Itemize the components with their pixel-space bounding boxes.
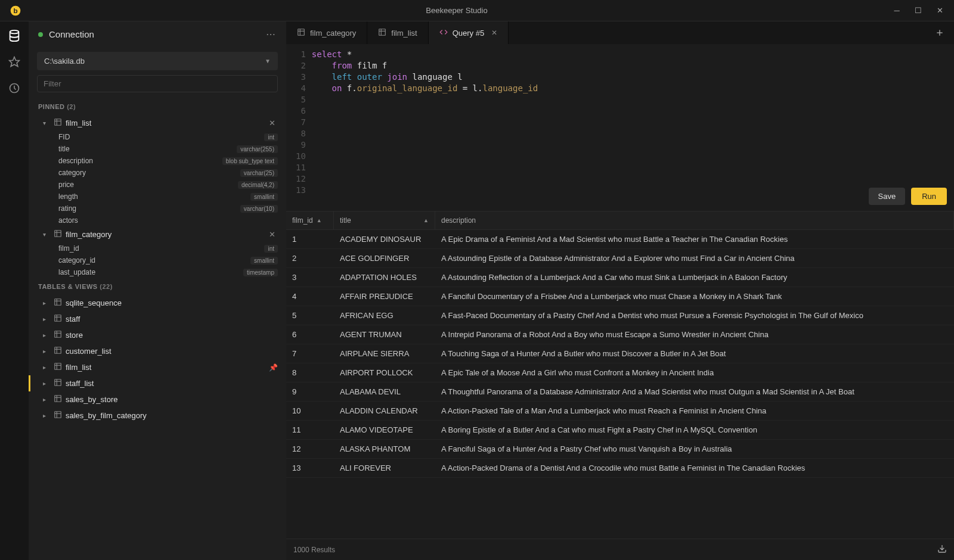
column-header-description[interactable]: description <box>435 211 954 229</box>
column-name: title <box>58 145 237 153</box>
editor-actions: Save Run <box>869 188 947 205</box>
cell-title: AFFAIR PREJUDICE <box>334 287 435 306</box>
column-label: title <box>340 216 351 225</box>
editor-gutter: 12345678910111213 <box>286 49 312 206</box>
table-item[interactable]: ▸ sales_by_film_category <box>29 407 286 424</box>
connection-more-button[interactable]: ⋯ <box>266 29 277 40</box>
pinned-table-item[interactable]: ▾ film_category ✕ <box>29 226 286 242</box>
table-item[interactable]: ▸ staff <box>29 311 286 327</box>
table-row[interactable]: 4 AFFAIR PREJUDICE A Fanciful Documentar… <box>286 287 954 306</box>
svg-rect-35 <box>298 29 305 35</box>
connection-label: Connection <box>49 29 266 39</box>
unpin-button[interactable]: ✕ <box>267 230 278 239</box>
svg-rect-38 <box>379 29 386 35</box>
column-type: smallint <box>250 257 278 265</box>
column-name: film_id <box>58 244 264 253</box>
table-row[interactable]: 10 ALADDIN CALENDAR A Action-Packed Tale… <box>286 402 954 421</box>
column-item[interactable]: FIDint <box>29 131 286 143</box>
chevron-right-icon: ▸ <box>43 300 50 306</box>
database-selector[interactable]: C:\sakila.db ▼ <box>37 52 278 70</box>
cell-film-id: 9 <box>286 382 334 401</box>
table-icon <box>54 298 62 308</box>
pin-icon[interactable]: 📌 <box>269 363 278 372</box>
filter-input[interactable] <box>44 79 271 88</box>
table-row[interactable]: 13 ALI FOREVER A Action-Packed Drama of … <box>286 459 954 478</box>
table-row[interactable]: 5 AFRICAN EGG A Fast-Paced Documentary o… <box>286 306 954 325</box>
column-item[interactable]: category_idsmallint <box>29 254 286 266</box>
column-item[interactable]: film_idint <box>29 242 286 254</box>
column-item[interactable]: titlevarchar(255) <box>29 143 286 155</box>
table-row[interactable]: 9 ALABAMA DEVIL A Thoughtful Panorama of… <box>286 382 954 402</box>
table-name: film_list <box>66 119 263 127</box>
chevron-down-icon: ▾ <box>43 120 50 126</box>
database-icon[interactable] <box>7 29 21 43</box>
column-name: category <box>58 169 240 177</box>
column-item[interactable]: categoryvarchar(25) <box>29 167 286 179</box>
pinned-table-item[interactable]: ▾ film_list ✕ <box>29 115 286 131</box>
sql-editor[interactable]: 12345678910111213 select * from film f l… <box>286 44 954 211</box>
column-type: varchar(255) <box>237 145 278 153</box>
star-icon[interactable] <box>7 55 21 69</box>
column-item[interactable]: last_updatetimestamp <box>29 266 286 278</box>
table-item[interactable]: ▸ sqlite_sequence <box>29 295 286 311</box>
cell-description: A Astounding Epistle of a Database Admin… <box>435 249 954 267</box>
table-row[interactable]: 11 ALAMO VIDEOTAPE A Boring Epistle of a… <box>286 421 954 440</box>
column-header-film-id[interactable]: film_id ▲ <box>286 211 334 229</box>
tab-close-button[interactable]: ✕ <box>491 29 497 37</box>
sort-icon: ▲ <box>423 217 429 223</box>
table-item[interactable]: ▸ customer_list <box>29 343 286 359</box>
cell-film-id: 13 <box>286 459 334 477</box>
svg-rect-29 <box>55 396 61 402</box>
results-body[interactable]: 1 ACADEMY DINOSAUR A Epic Drama of a Fem… <box>286 230 954 539</box>
table-row[interactable]: 7 AIRPLANE SIERRA A Touching Saga of a H… <box>286 344 954 363</box>
svg-rect-5 <box>55 119 61 126</box>
pinned-section-header: PINNED (2) <box>29 98 286 115</box>
run-button[interactable]: Run <box>911 188 947 205</box>
cell-film-id: 7 <box>286 344 334 363</box>
table-row[interactable]: 2 ACE GOLDFINGER A Astounding Epistle of… <box>286 249 954 268</box>
table-item[interactable]: ▸ staff_list <box>29 375 286 391</box>
table-item[interactable]: ▸ film_list 📌 <box>29 359 286 375</box>
minimize-button[interactable]: ─ <box>892 6 902 15</box>
column-item[interactable]: lengthsmallint <box>29 191 286 203</box>
chevron-right-icon: ▸ <box>43 348 50 354</box>
maximize-button[interactable]: ☐ <box>913 6 923 15</box>
cell-description: A Intrepid Panorama of a Robot And a Boy… <box>435 325 954 344</box>
table-row[interactable]: 8 AIRPORT POLLOCK A Epic Tale of a Moose… <box>286 363 954 382</box>
table-row[interactable]: 6 AGENT TRUMAN A Intrepid Panorama of a … <box>286 325 954 344</box>
column-type: smallint <box>250 193 278 201</box>
tab[interactable]: film_list <box>367 21 428 44</box>
cell-film-id: 6 <box>286 325 334 344</box>
svg-rect-26 <box>55 379 61 386</box>
unpin-button[interactable]: ✕ <box>267 119 278 127</box>
download-button[interactable] <box>937 544 947 555</box>
cell-film-id: 10 <box>286 402 334 420</box>
history-icon[interactable] <box>7 81 21 95</box>
editor-code[interactable]: select * from film f left outer join lan… <box>312 49 954 206</box>
tab[interactable]: film_category <box>286 21 367 44</box>
add-tab-button[interactable] <box>925 21 954 44</box>
cell-description: A Astounding Reflection of a Lumberjack … <box>435 268 954 287</box>
column-item[interactable]: pricedecimal(4,2) <box>29 179 286 191</box>
table-row[interactable]: 3 ADAPTATION HOLES A Astounding Reflecti… <box>286 268 954 287</box>
table-row[interactable]: 12 ALASKA PHANTOM A Fanciful Saga of a H… <box>286 440 954 459</box>
cell-title: ALAMO VIDEOTAPE <box>334 421 435 439</box>
close-button[interactable]: ✕ <box>935 6 944 15</box>
column-item[interactable]: descriptionblob sub_type text <box>29 155 286 167</box>
column-header-title[interactable]: title ▲ <box>334 211 435 229</box>
column-name: rating <box>58 204 240 213</box>
cell-description: A Fanciful Saga of a Hunter And a Pastry… <box>435 440 954 458</box>
column-type: int <box>264 133 278 141</box>
svg-rect-14 <box>55 315 61 322</box>
content-area: film_category film_list Query #5 ✕ 12345… <box>286 21 954 560</box>
column-item[interactable]: actors <box>29 214 286 226</box>
tab[interactable]: Query #5 ✕ <box>429 21 509 44</box>
table-row[interactable]: 1 ACADEMY DINOSAUR A Epic Drama of a Fem… <box>286 230 954 249</box>
column-item[interactable]: ratingvarchar(10) <box>29 203 286 214</box>
table-item[interactable]: ▸ sales_by_store <box>29 391 286 407</box>
save-button[interactable]: Save <box>869 188 906 205</box>
table-item[interactable]: ▸ store <box>29 327 286 343</box>
table-icon <box>54 330 62 340</box>
pinned-count: (2) <box>67 103 76 110</box>
tab-label: film_list <box>391 29 417 38</box>
